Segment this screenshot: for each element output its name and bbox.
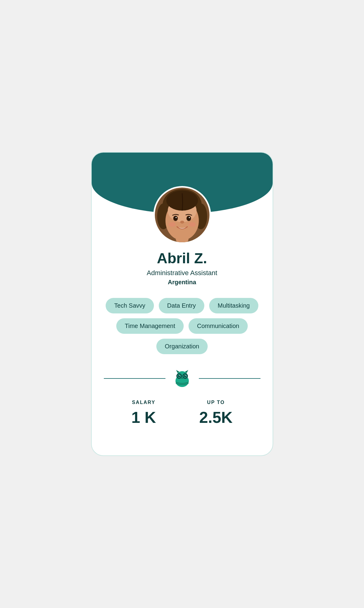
divider-section: [92, 369, 273, 388]
skill-tag-organization: Organization: [156, 339, 208, 354]
skill-tag-data-entry: Data Entry: [159, 298, 204, 313]
profile-title: Administrative Assistant: [147, 269, 217, 277]
salary-min-value: 1 K: [131, 408, 156, 427]
profile-card: Abril Z. Administrative Assistant Argent…: [91, 152, 273, 456]
svg-point-14: [168, 222, 175, 227]
salary-max-value: 2.5K: [199, 408, 233, 427]
skill-tag-communication: Communication: [189, 318, 248, 334]
owl-logo-icon: [172, 369, 193, 388]
profile-info: Abril Z. Administrative Assistant Argent…: [134, 250, 229, 286]
skill-tag-tech-savvy: Tech Savvy: [106, 298, 154, 313]
svg-point-26: [184, 375, 186, 377]
divider-left: [104, 378, 165, 379]
svg-point-28: [185, 375, 186, 376]
svg-point-15: [189, 222, 196, 227]
svg-point-11: [175, 217, 177, 218]
svg-point-27: [179, 375, 180, 376]
profile-name: Abril Z.: [147, 250, 217, 267]
svg-point-13: [180, 221, 184, 223]
svg-point-12: [189, 217, 190, 218]
skill-tag-multitasking: Multitasking: [209, 298, 258, 313]
skills-section: Tech Savvy Data Entry Multitasking Time …: [92, 298, 273, 354]
salary-max-block: UP TO 2.5K: [199, 400, 233, 427]
salary-min-label: SALARY: [131, 400, 156, 405]
salary-max-label: UP TO: [199, 400, 233, 405]
profile-country: Argentina: [147, 279, 217, 286]
svg-point-25: [178, 375, 180, 377]
skill-tag-time-management: Time Management: [116, 318, 184, 334]
card-header: [92, 153, 273, 219]
salary-section: SALARY 1 K UP TO 2.5K: [92, 391, 273, 445]
salary-min-block: SALARY 1 K: [131, 400, 156, 427]
svg-point-10: [187, 216, 190, 220]
avatar: [153, 186, 211, 244]
divider-right: [199, 378, 260, 379]
svg-point-9: [174, 216, 177, 220]
